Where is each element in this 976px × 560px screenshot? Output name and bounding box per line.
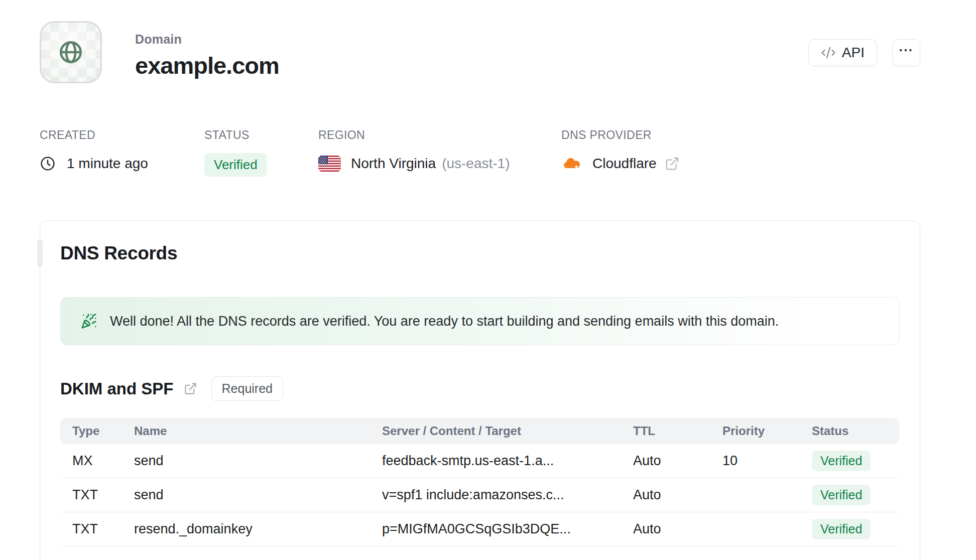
dns-provider-value: Cloudflare xyxy=(592,156,657,172)
cell-ttl: Auto xyxy=(621,453,710,469)
clock-icon xyxy=(40,156,56,172)
page-title: example.com xyxy=(135,52,279,79)
domain-meta: CREATED 1 minute ago STATUS Verified REG… xyxy=(40,128,920,177)
col-header-content: Server / Content / Target xyxy=(370,424,621,438)
dns-table-body: MX send feedback-smtp.us-east-1.a... Aut… xyxy=(60,444,899,546)
cell-type: TXT xyxy=(60,487,122,503)
record-status-badge: Verified xyxy=(812,451,871,471)
created-label: CREATED xyxy=(40,128,204,142)
cell-type: MX xyxy=(60,453,122,469)
status-badge: Verified xyxy=(204,153,267,177)
cell-name: send xyxy=(122,487,370,503)
created-value: 1 minute ago xyxy=(67,156,148,172)
cell-status: Verified xyxy=(800,485,899,505)
verified-banner: Well done! All the DNS records are verif… xyxy=(60,297,900,345)
header-actions: API ··· xyxy=(808,39,920,66)
table-row[interactable]: TXT resend._domainkey p=MIGfMA0GCSqGSIb3… xyxy=(60,512,899,546)
meta-region: REGION xyxy=(318,128,561,177)
cell-type: TXT xyxy=(60,521,122,537)
cell-ttl: Auto xyxy=(621,521,710,537)
dns-records-table: Type Name Server / Content / Target TTL … xyxy=(60,418,899,546)
meta-created: CREATED 1 minute ago xyxy=(40,128,204,177)
meta-dns-provider: DNS PROVIDER Cloudflare xyxy=(561,128,920,177)
us-flag-icon xyxy=(318,156,341,172)
domain-header: Domain example.com API ··· xyxy=(40,21,920,83)
required-badge: Required xyxy=(211,376,283,401)
dkim-spf-heading: DKIM and SPF xyxy=(60,379,174,398)
page: Domain example.com API ··· CREATED xyxy=(40,0,920,560)
region-label: REGION xyxy=(318,128,561,142)
record-status-badge: Verified xyxy=(812,519,871,539)
region-code: (us-east-1) xyxy=(442,156,510,172)
ellipsis-icon: ··· xyxy=(899,43,914,58)
dns-records-heading: DNS Records xyxy=(60,243,900,264)
table-row[interactable]: MX send feedback-smtp.us-east-1.a... Aut… xyxy=(60,444,899,478)
dns-provider-external-link-icon[interactable] xyxy=(665,156,680,171)
api-button-label: API xyxy=(842,45,865,61)
col-header-status: Status xyxy=(800,424,899,438)
dkim-external-link-icon[interactable] xyxy=(184,382,197,395)
region-name: North Virginia xyxy=(351,156,436,172)
table-row[interactable]: TXT send v=spf1 include:amazonses.c... A… xyxy=(60,478,899,512)
table-header-row: Type Name Server / Content / Target TTL … xyxy=(60,418,899,444)
dns-provider-label: DNS PROVIDER xyxy=(561,128,920,142)
cell-priority: 10 xyxy=(710,453,800,469)
status-label: STATUS xyxy=(204,128,318,142)
globe-icon xyxy=(55,36,87,68)
cell-name: resend._domainkey xyxy=(122,521,370,537)
entity-label: Domain xyxy=(135,32,279,47)
verified-banner-text: Well done! All the DNS records are verif… xyxy=(110,314,779,329)
cell-status: Verified xyxy=(800,451,899,471)
col-header-ttl: TTL xyxy=(621,424,710,438)
more-options-button[interactable]: ··· xyxy=(892,39,920,66)
cell-content: v=spf1 include:amazonses.c... xyxy=(370,487,621,503)
dkim-spf-section-header: DKIM and SPF Required xyxy=(60,376,900,401)
card-left-tab xyxy=(37,240,43,267)
cell-name: send xyxy=(122,453,370,469)
cell-status: Verified xyxy=(800,519,899,539)
col-header-type: Type xyxy=(60,424,122,438)
record-status-badge: Verified xyxy=(812,485,871,505)
party-popper-icon xyxy=(81,313,97,329)
dns-records-card: DNS Records Well done! All the DNS recor… xyxy=(40,220,920,560)
api-button[interactable]: API xyxy=(808,39,877,66)
cell-content: p=MIGfMA0GCSqGSIb3DQE... xyxy=(370,521,621,537)
cell-content: feedback-smtp.us-east-1.a... xyxy=(370,453,621,469)
meta-status: STATUS Verified xyxy=(204,128,318,177)
col-header-name: Name xyxy=(122,424,370,438)
domain-avatar xyxy=(40,21,102,83)
col-header-priority: Priority xyxy=(710,424,800,438)
cell-ttl: Auto xyxy=(621,487,710,503)
title-block: Domain example.com xyxy=(135,21,279,79)
code-icon xyxy=(821,45,836,60)
cloudflare-icon xyxy=(561,157,581,171)
